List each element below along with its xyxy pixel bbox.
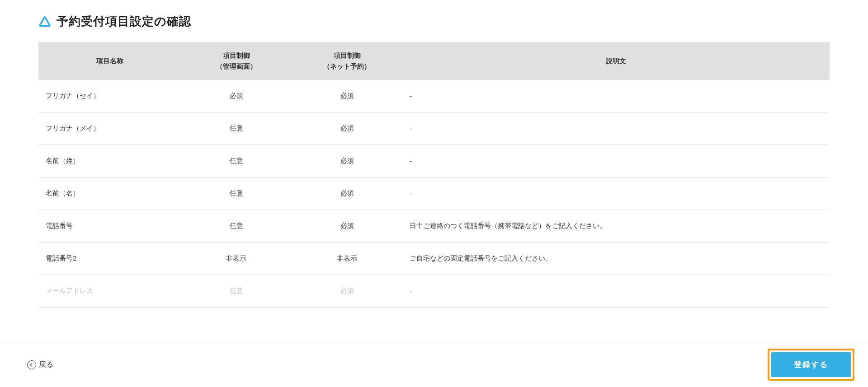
th-net: 項目制御 （ネット予約）: [292, 42, 402, 80]
register-button[interactable]: 登録する: [771, 352, 851, 362]
table-row: 電話番号2 非表示 非表示 ご自宅などの固定電話番号をご記入ください。: [38, 242, 830, 275]
cell-desc: -: [402, 145, 830, 177]
table-row: メールアドレス 任意 必須 -: [38, 275, 830, 308]
back-button[interactable]: 戻る: [27, 360, 53, 362]
page-header: 予約受付項目設定の確認: [38, 14, 830, 29]
table-row: フリガナ（メイ） 任意 必須 -: [38, 112, 830, 145]
th-net-l2: （ネット予約）: [323, 62, 371, 70]
cell-desc: -: [402, 112, 830, 145]
th-desc-text: 説明文: [606, 57, 626, 65]
th-name: 項目名称: [38, 42, 181, 80]
cell-desc: -: [402, 80, 830, 112]
cell-desc: ご自宅などの固定電話番号をご記入ください。: [402, 242, 830, 275]
cell-net: 非表示: [292, 242, 402, 275]
register-highlight-box: 登録する: [768, 349, 854, 362]
cell-name: 電話番号2: [38, 242, 181, 275]
table-row: 名前（名） 任意 必須 -: [38, 177, 830, 210]
th-admin-l1: 項目制御: [223, 51, 250, 59]
th-net-l1: 項目制御: [334, 51, 361, 59]
th-desc: 説明文: [402, 42, 830, 80]
table-body: フリガナ（セイ） 必須 必須 - フリガナ（メイ） 任意 必須 - 名前（姓） …: [38, 80, 830, 308]
cell-admin: 任意: [181, 210, 292, 242]
th-admin: 項目制御 （管理画面）: [181, 42, 292, 80]
cell-admin: 必須: [181, 80, 292, 112]
cell-name: 電話番号: [38, 210, 181, 242]
cell-name: フリガナ（メイ）: [38, 112, 181, 145]
th-admin-l2: （管理画面）: [216, 62, 257, 70]
cell-admin: 任意: [181, 275, 292, 308]
page-container: 予約受付項目設定の確認 項目名称 項目制御 （管理画面） 項目制御 （ネット予約…: [0, 0, 868, 362]
cell-net: 必須: [292, 275, 402, 308]
cell-net: 必須: [292, 80, 402, 112]
bottom-bar: 戻る 登録する: [0, 342, 868, 362]
table-header-row: 項目名称 項目制御 （管理画面） 項目制御 （ネット予約） 説明文: [38, 42, 830, 80]
cell-admin: 任意: [181, 177, 292, 210]
table-row: フリガナ（セイ） 必須 必須 -: [38, 80, 830, 112]
cell-desc: -: [402, 275, 830, 308]
cell-admin: 非表示: [181, 242, 292, 275]
back-label: 戻る: [39, 360, 53, 362]
page-title: 予約受付項目設定の確認: [57, 14, 191, 29]
cell-net: 必須: [292, 145, 402, 177]
cell-desc: 日中ご連絡のつく電話番号（携帯電話など）をご記入ください。: [402, 210, 830, 242]
triangle-icon: [38, 15, 51, 28]
cell-admin: 任意: [181, 112, 292, 145]
cell-net: 必須: [292, 177, 402, 210]
settings-table: 項目名称 項目制御 （管理画面） 項目制御 （ネット予約） 説明文 フリガナ（セ…: [38, 42, 830, 308]
table-row: 名前（姓） 任意 必須 -: [38, 145, 830, 177]
cell-name: フリガナ（セイ）: [38, 80, 181, 112]
th-name-text: 項目名称: [96, 57, 123, 65]
cell-name: 名前（名）: [38, 177, 181, 210]
cell-desc: -: [402, 177, 830, 210]
cell-admin: 任意: [181, 145, 292, 177]
cell-name: メールアドレス: [38, 275, 181, 308]
cell-name: 名前（姓）: [38, 145, 181, 177]
table-row: 電話番号 任意 必須 日中ご連絡のつく電話番号（携帯電話など）をご記入ください。: [38, 210, 830, 242]
back-circle-icon: [27, 360, 36, 362]
cell-net: 必須: [292, 210, 402, 242]
cell-net: 必須: [292, 112, 402, 145]
